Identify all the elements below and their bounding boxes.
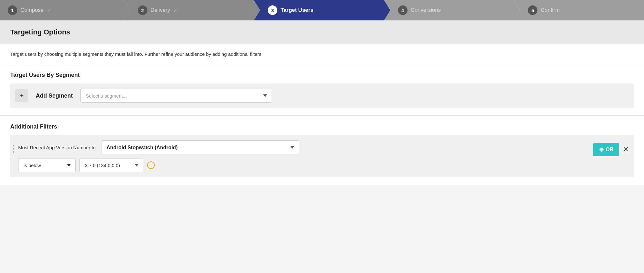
drag-handle[interactable] xyxy=(13,140,14,153)
segment-select[interactable]: Select a segment... xyxy=(80,89,272,103)
step-number-5: 5 xyxy=(528,5,537,15)
step-label-confirm: Confirm xyxy=(541,7,560,13)
wizard-step-delivery[interactable]: 2 Delivery ✓ xyxy=(124,0,254,20)
wizard-step-target-users[interactable]: 3 Target Users xyxy=(254,0,384,20)
step-label-conversions: Conversions xyxy=(411,7,441,13)
step-label-compose: Compose xyxy=(20,7,44,13)
version-select[interactable]: 3.7.0 (134.0.0.0) xyxy=(79,158,143,172)
filter-label: Most Recent App Version Number for xyxy=(18,145,97,150)
step-number-1: 1 xyxy=(8,5,17,15)
filters-section: Additional Filters Most Recent App Versi… xyxy=(0,116,644,185)
description-row: Target users by choosing multiple segmen… xyxy=(0,44,644,64)
filters-section-title: Additional Filters xyxy=(10,123,634,130)
step-label-delivery: Delivery xyxy=(151,7,170,13)
drag-dot xyxy=(13,151,14,153)
or-button[interactable]: ⊕ OR xyxy=(593,143,619,156)
filter-actions: ⊕ OR ✕ xyxy=(593,140,629,156)
step-label-target-users: Target Users xyxy=(281,7,313,13)
app-select[interactable]: Android Stopwatch (Android) xyxy=(101,140,299,154)
filter-content: Most Recent App Version Number for Andro… xyxy=(18,140,589,172)
check-icon-compose: ✓ xyxy=(47,7,51,13)
filter-line1: Most Recent App Version Number for Andro… xyxy=(18,140,589,154)
drag-dot xyxy=(13,145,14,146)
page-content: Targeting Options Target users by choosi… xyxy=(0,20,644,273)
segment-section-title: Target Users By Segment xyxy=(10,72,634,78)
add-segment-row: + Add Segment Select a segment... xyxy=(10,84,634,108)
drag-dot xyxy=(13,148,14,150)
check-icon-delivery: ✓ xyxy=(173,7,177,13)
step-number-2: 2 xyxy=(138,5,147,15)
filter-row: Most Recent App Version Number for Andro… xyxy=(10,135,634,177)
page-title: Targeting Options xyxy=(10,28,634,36)
filter-line2: is below 3.7.0 (134.0.0.0) ! xyxy=(18,158,589,172)
step-number-4: 4 xyxy=(398,5,408,15)
add-segment-label: Add Segment xyxy=(36,92,73,99)
wizard-step-compose[interactable]: 1 Compose ✓ xyxy=(0,0,124,20)
segment-section: Target Users By Segment + Add Segment Se… xyxy=(0,64,644,116)
info-icon: ! xyxy=(147,161,155,169)
or-plus-icon: ⊕ xyxy=(599,146,604,153)
condition-select[interactable]: is below xyxy=(18,158,76,172)
wizard-step-confirm[interactable]: 5 Confirm xyxy=(514,0,644,20)
wizard-header: 1 Compose ✓ 2 Delivery ✓ 3 Target Users … xyxy=(0,0,644,20)
or-button-label: OR xyxy=(606,147,613,152)
targeting-options-header: Targeting Options xyxy=(0,20,644,44)
wizard-step-conversions[interactable]: 4 Conversions xyxy=(384,0,514,20)
description-text: Target users by choosing multiple segmen… xyxy=(10,51,634,57)
remove-filter-button[interactable]: ✕ xyxy=(623,146,629,153)
add-segment-plus-button[interactable]: + xyxy=(15,89,28,102)
step-number-3: 3 xyxy=(268,5,277,15)
